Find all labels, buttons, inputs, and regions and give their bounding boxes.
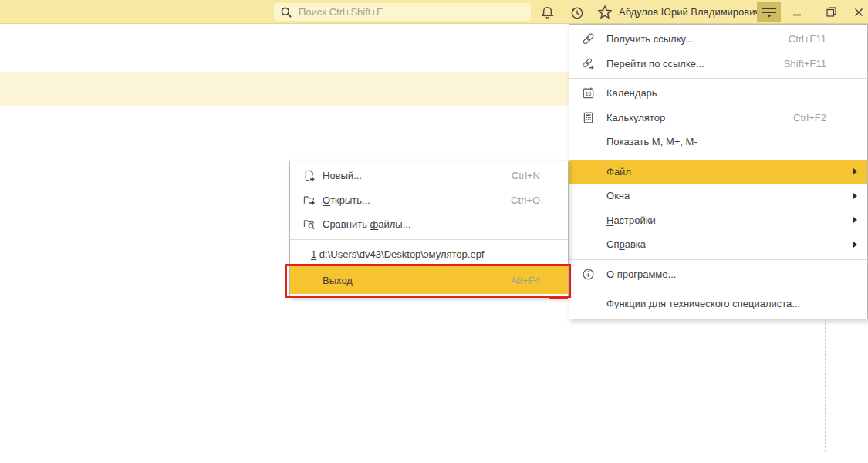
menu-item-new[interactable]: Новый...Ctrl+N — [290, 164, 568, 188]
no-icon — [301, 274, 316, 286]
minimize-button[interactable] — [785, 0, 809, 24]
menu-item-shortcut: Ctrl+F11 — [789, 33, 826, 45]
search-icon — [280, 6, 292, 19]
search-input[interactable] — [274, 3, 531, 21]
menu-item-tech-functions[interactable]: Функции для технического специалиста... — [569, 292, 867, 316]
submenu-arrow-icon — [853, 193, 857, 199]
menu-item-get-link[interactable]: Получить ссылку...Ctrl+F11 — [569, 27, 867, 52]
menu-item-label: Настройки — [606, 215, 867, 226]
menu-item-compare-files[interactable]: Сравнить файлы... — [290, 212, 568, 237]
menu-item-label: Справка — [606, 238, 867, 250]
menu-separator — [569, 78, 867, 79]
menu-item-settings[interactable]: Настройки — [569, 208, 867, 233]
menu-item-show-m[interactable]: Показать М, М+, М- — [569, 130, 867, 154]
main-menu-burger-button[interactable] — [757, 2, 781, 22]
menu-item-shortcut: Ctrl+O — [511, 194, 540, 206]
no-icon — [580, 165, 596, 177]
compare-files-icon — [301, 218, 316, 231]
menu-item-about[interactable]: О программе... — [569, 262, 867, 287]
menu-item-label: Перейти по ссылке... — [606, 58, 784, 69]
service-dropdown-menu: Получить ссылку...Ctrl+F11Перейти по ссы… — [569, 24, 868, 319]
menu-item-label: Получить ссылку... — [606, 33, 789, 45]
favorites-star-icon[interactable] — [596, 4, 613, 21]
menu-item-help[interactable]: Справка — [569, 232, 867, 257]
svg-text:16: 16 — [585, 92, 591, 97]
menu-item-label: Файл — [606, 166, 867, 177]
submenu-arrow-icon — [853, 242, 857, 248]
submenu-arrow-icon — [853, 168, 857, 174]
link-icon — [580, 33, 596, 46]
menu-item-label: Окна — [606, 190, 867, 201]
notifications-bell-icon[interactable] — [539, 4, 556, 21]
menu-separator — [569, 157, 867, 157]
menu-item-label: Выход — [323, 275, 511, 286]
menu-item-file[interactable]: Файл — [569, 160, 867, 184]
close-button[interactable] — [847, 0, 868, 24]
menu-item-shortcut: Ctrl+F2 — [793, 112, 826, 123]
menu-item-label: Показать М, М+, М- — [606, 136, 867, 147]
menu-item-shortcut: Ctrl+N — [512, 170, 540, 181]
menu-item-calculator[interactable]: КалькуляторCtrl+F2 — [569, 106, 867, 130]
goto-link-icon — [580, 57, 596, 69]
burger-icon — [761, 6, 778, 19]
menu-item-windows[interactable]: Окна — [569, 184, 867, 208]
dashed-divider — [825, 319, 826, 452]
no-icon — [580, 214, 596, 226]
menu-item-label: Календарь — [606, 87, 867, 99]
new-file-icon — [301, 170, 316, 182]
menu-separator — [569, 289, 867, 289]
menu-item-label: Сравнить файлы... — [323, 218, 568, 230]
info-icon — [580, 268, 596, 280]
no-icon — [580, 190, 596, 202]
submenu-arrow-icon — [853, 217, 857, 223]
menu-separator — [569, 259, 867, 260]
calculator-icon — [580, 111, 596, 123]
restore-button[interactable] — [819, 0, 843, 24]
no-icon — [580, 136, 596, 148]
menu-item-label: Новый... — [323, 170, 512, 181]
menu-item-label: 1 d:\Users\dv43\Desktop\эмулятор.epf — [311, 248, 568, 260]
menu-item-label: Открыть... — [323, 194, 511, 206]
calendar-icon: 16 — [580, 87, 596, 100]
menu-item-shortcut: Shift+F11 — [784, 58, 826, 69]
no-icon — [580, 298, 596, 310]
menu-item-exit[interactable]: ВыходAlt+F4 — [290, 266, 568, 294]
menu-item-recent-file-1[interactable]: 1 d:\Users\dv43\Desktop\эмулятор.epf — [290, 242, 568, 267]
menu-separator — [290, 239, 568, 240]
titlebar: Абдулов Юрий Владимирович — [0, 0, 868, 24]
menu-item-shortcut: Alt+F4 — [511, 275, 540, 286]
current-user-name: Абдулов Юрий Владимирович — [619, 0, 760, 24]
menu-item-open[interactable]: Открыть...Ctrl+O — [290, 188, 568, 213]
menu-item-goto-link[interactable]: Перейти по ссылке...Shift+F11 — [569, 52, 867, 76]
menu-item-label: Калькулятор — [606, 112, 793, 123]
history-icon[interactable] — [568, 4, 585, 21]
file-submenu: Новый...Ctrl+NОткрыть...Ctrl+OСравнить ф… — [289, 161, 569, 297]
open-file-icon — [301, 194, 316, 206]
menu-item-label: Функции для технического специалиста... — [606, 298, 867, 309]
no-icon — [580, 238, 596, 251]
search-field[interactable] — [297, 5, 525, 19]
menu-item-calendar[interactable]: 16Календарь — [569, 81, 867, 106]
menu-item-label: О программе... — [606, 269, 867, 280]
